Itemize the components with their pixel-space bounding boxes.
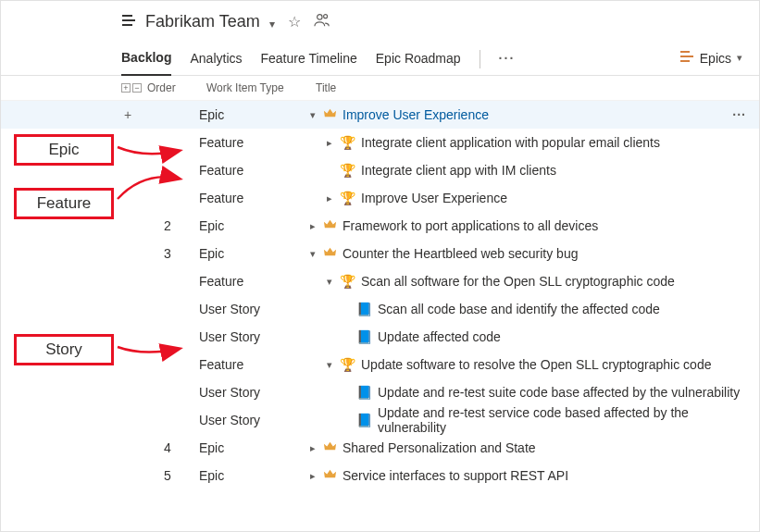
tabs-bar: Backlog Analytics Feature Timeline Epic … <box>1 31 759 76</box>
svg-rect-5 <box>680 51 690 53</box>
type-cell: Epic <box>199 440 308 455</box>
title-text: Update and re-test suite code base affec… <box>378 385 740 400</box>
star-icon[interactable]: ☆ <box>288 13 301 31</box>
svg-rect-7 <box>680 60 690 62</box>
order-cell: 3 <box>121 246 199 261</box>
annotation-feature: Feature <box>14 188 114 219</box>
title-cell: ▸🏆Improve User Experience <box>308 191 759 205</box>
expand-all-button[interactable]: + <box>121 83 131 93</box>
chevron-right-icon[interactable]: ▸ <box>325 192 334 204</box>
more-tabs-icon[interactable]: ··· <box>499 51 516 75</box>
book-icon: 📘 <box>356 413 372 427</box>
svg-rect-2 <box>122 24 132 26</box>
table-row[interactable]: User Story📘Scan all code base and identi… <box>1 295 759 323</box>
table-row[interactable]: User Story📘Update and re-test suite code… <box>1 378 759 406</box>
row-actions-icon[interactable]: ··· <box>732 107 746 122</box>
table-row[interactable]: +Epic▾Improve User Experience··· <box>1 101 759 129</box>
svg-rect-0 <box>122 15 132 17</box>
col-title[interactable]: Title <box>316 81 759 94</box>
title-cell: ▸Service interfaces to support REST API <box>308 467 759 484</box>
table-row[interactable]: Feature▸🏆Integrate client application wi… <box>1 129 759 156</box>
title-cell: ▾🏆Scan all software for the Open SLL cry… <box>308 274 759 289</box>
title-cell: 🏆Integrate client app with IM clients <box>308 163 759 178</box>
type-cell: User Story <box>199 413 308 427</box>
type-cell: Feature <box>199 191 308 205</box>
title-cell: 📘Update and re-test service code based a… <box>308 405 759 435</box>
svg-rect-1 <box>122 19 135 21</box>
chevron-right-icon[interactable]: ▸ <box>308 442 318 454</box>
type-cell: Feature <box>199 163 308 178</box>
chevron-down-icon[interactable]: ▾ <box>308 248 318 260</box>
type-cell: Epic <box>199 107 308 122</box>
book-icon: 📘 <box>356 302 372 316</box>
title-text: Integrate client app with IM clients <box>361 163 556 178</box>
table-row[interactable]: Feature🏆Integrate client app with IM cli… <box>1 156 759 184</box>
type-cell: User Story <box>199 329 308 344</box>
divider <box>480 50 480 68</box>
title-cell: ▸Framework to port applications to all d… <box>308 217 759 234</box>
title-cell: ▾🏆Update software to resolve the Open SL… <box>308 357 759 372</box>
trophy-icon: 🏆 <box>340 191 355 205</box>
chevron-down-icon[interactable]: ▾ <box>308 109 318 121</box>
add-item-button[interactable]: + <box>124 107 131 122</box>
title-text: Integrate client application with popula… <box>361 135 660 150</box>
title-text: Update software to resolve the Open SLL … <box>361 357 711 372</box>
team-name[interactable]: Fabrikam Team <box>145 12 260 31</box>
trophy-icon: 🏆 <box>340 163 355 178</box>
chevron-right-icon[interactable]: ▸ <box>325 137 334 149</box>
type-cell: Epic <box>199 246 308 261</box>
crown-icon <box>323 217 337 234</box>
table-row[interactable]: 3Epic▾Counter the Heartbleed web securit… <box>1 240 759 267</box>
tab-feature-timeline[interactable]: Feature Timeline <box>261 51 357 75</box>
table-row[interactable]: 5Epic▸Service interfaces to support REST… <box>1 462 759 489</box>
table-row[interactable]: Feature▾🏆Update software to resolve the … <box>1 351 759 378</box>
svg-point-4 <box>323 14 327 18</box>
annotation-epic: Epic <box>14 134 114 166</box>
title-cell: ▸Shared Personalization and State <box>308 439 759 456</box>
table-row[interactable]: Feature▸🏆Improve User Experience <box>1 184 759 212</box>
order-cell: 5 <box>121 468 199 483</box>
type-cell: Feature <box>199 274 308 289</box>
trophy-icon: 🏆 <box>340 135 355 150</box>
tab-analytics[interactable]: Analytics <box>190 51 242 75</box>
chevron-down-icon[interactable]: ▾ <box>325 359 334 371</box>
chevron-down-icon[interactable]: ▾ <box>269 18 275 31</box>
tab-backlog[interactable]: Backlog <box>121 50 171 76</box>
svg-rect-6 <box>680 56 693 57</box>
title-cell: ▾Counter the Heartbleed web security bug <box>308 245 759 262</box>
chevron-right-icon[interactable]: ▸ <box>308 470 318 482</box>
table-row[interactable]: 2Epic▸Framework to port applications to … <box>1 212 759 240</box>
crown-icon <box>323 245 337 262</box>
type-cell: Epic <box>199 468 308 483</box>
backlog-grid: +Epic▾Improve User Experience···Feature▸… <box>1 101 759 489</box>
title-text: Service interfaces to support REST API <box>343 468 568 483</box>
col-order[interactable]: Order <box>147 81 206 94</box>
people-icon[interactable] <box>314 13 330 31</box>
chevron-right-icon[interactable]: ▸ <box>308 220 318 232</box>
book-icon: 📘 <box>356 329 372 344</box>
collapse-all-button[interactable]: − <box>132 83 142 93</box>
type-cell: User Story <box>199 302 308 316</box>
order-cell: 4 <box>121 440 199 455</box>
crown-icon <box>323 106 337 123</box>
team-icon <box>121 13 136 31</box>
title-cell: 📘Scan all code base and identify the aff… <box>308 302 759 316</box>
trophy-icon: 🏆 <box>340 357 355 372</box>
chevron-down-icon: ▾ <box>737 52 742 64</box>
tab-epic-roadmap[interactable]: Epic Roadmap <box>376 51 461 75</box>
type-cell: Feature <box>199 357 308 372</box>
title-text[interactable]: Improve User Experience <box>343 107 489 122</box>
table-row[interactable]: User Story📘Update and re-test service co… <box>1 406 759 434</box>
col-work-item-type[interactable]: Work Item Type <box>206 81 316 94</box>
table-row[interactable]: Feature▾🏆Scan all software for the Open … <box>1 267 759 295</box>
column-headers: + − Order Work Item Type Title <box>1 76 759 101</box>
annotation-story: Story <box>14 334 114 365</box>
table-row[interactable]: User Story📘Update affected code <box>1 323 759 351</box>
chevron-down-icon[interactable]: ▾ <box>325 276 334 288</box>
backlog-level-selector[interactable]: Epics ▾ <box>679 50 742 75</box>
title-text: Counter the Heartbleed web security bug <box>343 246 578 261</box>
page-header: Fabrikam Team ▾ ☆ <box>1 1 759 31</box>
table-row[interactable]: 4Epic▸Shared Personalization and State <box>1 434 759 462</box>
book-icon: 📘 <box>356 385 372 400</box>
type-cell: Epic <box>199 218 308 233</box>
